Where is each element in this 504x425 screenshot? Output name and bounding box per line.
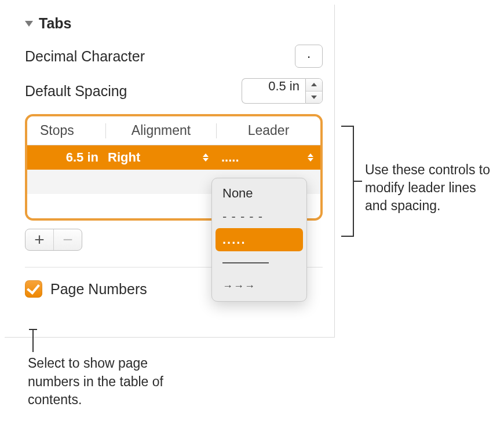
add-remove-control: + −	[25, 229, 82, 251]
header-stops[interactable]: Stops	[27, 123, 105, 138]
remove-tab-stop-button[interactable]: −	[54, 229, 82, 250]
default-spacing-row: Default Spacing 0.5 in	[25, 78, 323, 104]
spacing-step-down-button[interactable]	[306, 91, 322, 104]
header-alignment[interactable]: Alignment	[106, 123, 216, 138]
decimal-character-label: Decimal Character	[25, 48, 145, 65]
leader-option-dashes[interactable]: - - - - -	[216, 205, 303, 228]
chevron-up-icon	[311, 83, 317, 86]
plus-icon: +	[34, 230, 45, 250]
updown-chevron-icon	[203, 153, 209, 162]
default-spacing-input[interactable]: 0.5 in	[242, 78, 305, 104]
leader-option-arrows[interactable]: →→→	[216, 274, 303, 298]
leader-option-dots[interactable]: .....	[216, 228, 303, 251]
alignment-popup[interactable]: Right	[105, 150, 216, 165]
disclosure-triangle-icon[interactable]	[25, 21, 33, 27]
callout-line-icon	[32, 330, 34, 352]
add-tab-stop-button[interactable]: +	[25, 229, 53, 250]
decimal-character-input[interactable]: .	[295, 45, 323, 68]
updown-chevron-icon	[308, 153, 313, 162]
spacing-stepper	[305, 78, 323, 104]
chevron-down-icon	[311, 96, 317, 99]
leader-popup[interactable]: .....	[216, 150, 320, 165]
line-icon	[222, 262, 269, 263]
callout-bracket-icon	[341, 126, 354, 237]
header-leader[interactable]: Leader	[217, 123, 320, 138]
section-header[interactable]: Tabs	[25, 15, 323, 32]
leader-option-none[interactable]: None	[216, 182, 303, 205]
callout-page-numbers: Select to show page numbers in the table…	[28, 354, 202, 409]
spacing-step-up-button[interactable]	[306, 79, 322, 91]
callout-leader-controls: Use these controls to modify leader line…	[365, 161, 495, 215]
minus-icon: −	[63, 230, 73, 250]
default-spacing-label: Default Spacing	[25, 83, 127, 100]
page-numbers-checkbox[interactable]	[25, 280, 42, 298]
stop-value[interactable]: 6.5 in	[27, 150, 105, 165]
leader-option-line[interactable]	[216, 251, 303, 274]
section-title: Tabs	[39, 15, 72, 32]
tab-stop-row-selected[interactable]: 6.5 in Right .....	[27, 145, 320, 170]
decimal-character-row: Decimal Character .	[25, 45, 323, 68]
table-header: Stops Alignment Leader	[27, 116, 320, 145]
alignment-value: Right	[108, 150, 140, 165]
leader-value: .....	[221, 150, 239, 165]
page-numbers-label: Page Numbers	[50, 281, 147, 298]
leader-menu: None - - - - - ..... →→→	[211, 178, 307, 302]
